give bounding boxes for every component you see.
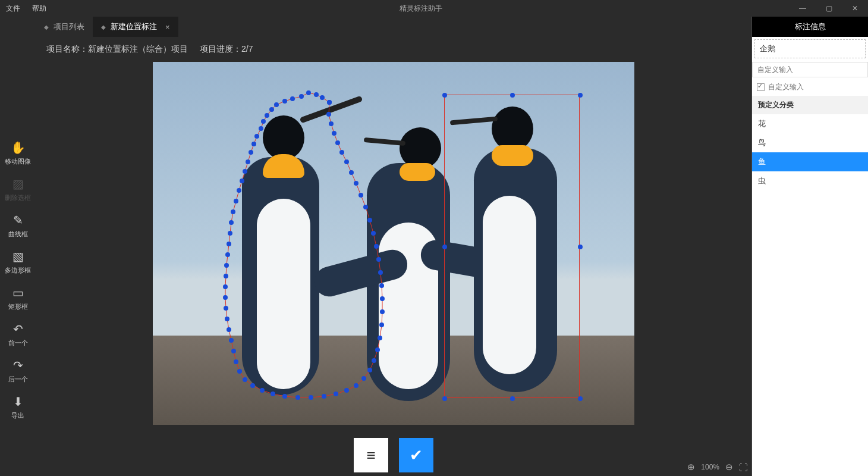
resize-handle[interactable] xyxy=(442,396,447,401)
custom-label-input[interactable] xyxy=(752,62,868,77)
checkbox-label: 自定义输入 xyxy=(768,82,804,92)
redo-arrow-icon: ↷ xyxy=(13,358,23,372)
window-maximize-icon[interactable]: ▢ xyxy=(816,4,842,12)
window-close-icon[interactable]: ✕ xyxy=(842,4,868,12)
options-button[interactable]: ≡ xyxy=(354,438,388,472)
canvas-wrap: ≡ ✔ ⊕ 100% ⊖ ⛶ xyxy=(36,62,751,476)
annotation-panel: 标注信息 企鹅 自定义输入 预定义分类 花鸟鱼虫 xyxy=(751,17,868,476)
resize-handle[interactable] xyxy=(510,396,515,401)
tool-label: 矩形框 xyxy=(8,302,28,311)
diamond-icon: ◆ xyxy=(101,24,106,30)
app-title: 精灵标注助手 xyxy=(52,4,790,14)
status-bar: ⊕ 100% ⊖ ⛶ xyxy=(687,462,748,472)
rect-icon: ▭ xyxy=(12,286,24,300)
resize-handle[interactable] xyxy=(578,396,583,401)
close-tab-icon[interactable]: × xyxy=(165,23,170,32)
custom-input-checkbox[interactable]: 自定义输入 xyxy=(752,79,868,96)
checkbox-icon xyxy=(757,83,765,91)
tool-label: 移动图像 xyxy=(5,157,31,166)
zoom-value: 100% xyxy=(701,463,719,471)
project-info-bar: 项目名称：新建位置标注（综合）项目 项目进度：2/7 xyxy=(36,37,751,62)
resize-handle[interactable] xyxy=(578,245,583,249)
category-item[interactable]: 花 xyxy=(752,114,868,133)
tab-label: 项目列表 xyxy=(54,21,84,32)
tool-export[interactable]: ⬇ 导出 xyxy=(0,390,36,426)
diamond-icon: ◆ xyxy=(44,24,49,30)
titlebar: 文件 帮助 精灵标注助手 — ▢ ✕ xyxy=(0,0,868,17)
current-label-box[interactable]: 企鹅 xyxy=(754,39,866,58)
tool-delete-box[interactable]: ▨ 删除选框 xyxy=(0,172,36,208)
tool-label: 曲线框 xyxy=(8,230,28,239)
resize-handle[interactable] xyxy=(442,93,447,98)
left-toolbar: ✋ 移动图像 ▨ 删除选框 ✎ 曲线框 ▧ 多边形框 ▭ 矩形框 ↶ 前一个 ↷… xyxy=(0,17,36,476)
export-icon: ⬇ xyxy=(13,394,23,409)
tab-bar: ◆ 项目列表 ◆ 新建位置标注 × xyxy=(36,17,751,37)
tool-label: 后一个 xyxy=(8,375,28,384)
main-area: ◆ 项目列表 ◆ 新建位置标注 × 项目名称：新建位置标注（综合）项目 项目进度… xyxy=(36,17,751,476)
hand-icon: ✋ xyxy=(11,140,26,155)
resize-handle[interactable] xyxy=(442,245,447,249)
curve-icon: ✎ xyxy=(13,213,23,227)
tool-curve-box[interactable]: ✎ 曲线框 xyxy=(0,208,36,245)
tool-move-image[interactable]: ✋ 移动图像 xyxy=(0,136,36,172)
window-minimize-icon[interactable]: — xyxy=(790,4,816,12)
tool-prev[interactable]: ↶ 前一个 xyxy=(0,317,36,353)
undo-arrow-icon: ↶ xyxy=(13,322,23,336)
category-item[interactable]: 鱼 xyxy=(752,152,868,171)
image-canvas[interactable] xyxy=(153,62,634,425)
zoom-in-icon[interactable]: ⊕ xyxy=(687,462,695,472)
menu-icon: ≡ xyxy=(366,446,375,465)
tool-label: 多边形框 xyxy=(5,266,31,275)
category-list: 花鸟鱼虫 xyxy=(752,114,868,190)
tool-rect-box[interactable]: ▭ 矩形框 xyxy=(0,281,36,317)
project-progress: 项目进度：2/7 xyxy=(200,44,253,55)
zoom-out-icon[interactable]: ⊖ xyxy=(725,462,733,472)
tab-label: 新建位置标注 xyxy=(111,21,157,32)
confirm-button[interactable]: ✔ xyxy=(399,438,433,472)
panel-title: 标注信息 xyxy=(752,17,868,37)
resize-handle[interactable] xyxy=(578,93,583,98)
check-icon: ✔ xyxy=(410,446,423,465)
bottom-action-bar: ≡ ✔ xyxy=(354,438,433,472)
menu-file[interactable]: 文件 xyxy=(0,4,26,14)
tool-polygon-box[interactable]: ▧ 多边形框 xyxy=(0,245,36,281)
predefined-categories-header: 预定义分类 xyxy=(752,96,868,114)
delete-selection-icon: ▨ xyxy=(12,177,24,191)
tool-next[interactable]: ↷ 后一个 xyxy=(0,353,36,390)
fullscreen-icon[interactable]: ⛶ xyxy=(739,462,748,472)
tab-current-annotation[interactable]: ◆ 新建位置标注 × xyxy=(93,17,178,37)
menu-help[interactable]: 帮助 xyxy=(26,4,52,14)
project-name: 项目名称：新建位置标注（综合）项目 xyxy=(46,44,188,55)
category-item[interactable]: 鸟 xyxy=(752,133,868,152)
tool-label: 导出 xyxy=(11,411,24,420)
rect-annotation[interactable] xyxy=(444,95,580,398)
resize-handle[interactable] xyxy=(510,93,515,98)
polygon-icon: ▧ xyxy=(12,249,24,264)
category-item[interactable]: 虫 xyxy=(752,171,868,190)
tool-label: 删除选框 xyxy=(5,193,31,202)
tool-label: 前一个 xyxy=(8,339,28,347)
tab-project-list[interactable]: ◆ 项目列表 xyxy=(36,17,93,37)
